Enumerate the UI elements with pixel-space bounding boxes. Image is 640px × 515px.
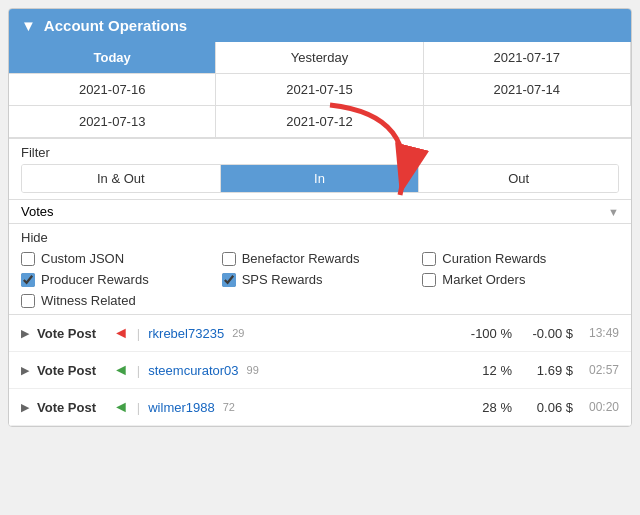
transactions-list: ▶ Vote Post ◄ | rkrebel73235 29 -100 % -… [9, 315, 631, 426]
date-grid: Today Yesterday 2021-07-17 2021-07-16 20… [9, 42, 631, 139]
direction-icon: ◄ [113, 398, 129, 416]
votes-dropdown-icon: ▼ [608, 206, 619, 218]
filter-in[interactable]: In [221, 165, 420, 192]
tx-user-rep: 72 [223, 401, 235, 413]
filter-buttons: In & Out In Out [21, 164, 619, 193]
hide-section: Hide Custom JSON Benefactor Rewards Cura… [9, 224, 631, 315]
expand-icon[interactable]: ▶ [21, 364, 29, 377]
divider: | [137, 363, 140, 378]
date-2021-07-17[interactable]: 2021-07-17 [424, 42, 631, 74]
date-2021-07-14[interactable]: 2021-07-14 [424, 74, 631, 106]
hide-checkbox-grid: Custom JSON Benefactor Rewards Curation … [21, 251, 619, 308]
tx-time: 13:49 [579, 326, 619, 340]
direction-icon: ◄ [113, 324, 129, 342]
expand-icon[interactable]: ▶ [21, 401, 29, 414]
tx-user-link[interactable]: rkrebel73235 [148, 326, 224, 341]
table-row: ▶ Vote Post ◄ | wilmer1988 72 28 % 0.06 … [9, 389, 631, 426]
tx-percent: 28 % [457, 400, 512, 415]
tx-user-rep: 29 [232, 327, 244, 339]
collapse-icon[interactable]: ▼ [21, 17, 36, 34]
date-today[interactable]: Today [9, 42, 216, 74]
hide-producer-rewards[interactable]: Producer Rewards [21, 272, 218, 287]
hide-curation-rewards-checkbox[interactable] [422, 252, 436, 266]
hide-curation-rewards-label: Curation Rewards [442, 251, 546, 266]
filter-in-out[interactable]: In & Out [22, 165, 221, 192]
hide-curation-rewards[interactable]: Curation Rewards [422, 251, 619, 266]
hide-sps-rewards-checkbox[interactable] [222, 273, 236, 287]
tx-percent: -100 % [457, 326, 512, 341]
table-row: ▶ Vote Post ◄ | rkrebel73235 29 -100 % -… [9, 315, 631, 352]
divider: | [137, 326, 140, 341]
hide-witness-related[interactable]: Witness Related [21, 293, 218, 308]
hide-producer-rewards-label: Producer Rewards [41, 272, 149, 287]
votes-label: Votes [21, 204, 54, 219]
hide-market-orders-label: Market Orders [442, 272, 525, 287]
table-row: ▶ Vote Post ◄ | steemcurator03 99 12 % 1… [9, 352, 631, 389]
filter-out[interactable]: Out [419, 165, 618, 192]
filter-label: Filter [21, 145, 619, 160]
hide-benefactor-rewards-label: Benefactor Rewards [242, 251, 360, 266]
hide-producer-rewards-checkbox[interactable] [21, 273, 35, 287]
hide-benefactor-rewards-checkbox[interactable] [222, 252, 236, 266]
tx-user-link[interactable]: steemcurator03 [148, 363, 238, 378]
tx-type-label: Vote Post [37, 400, 107, 415]
tx-user-rep: 99 [247, 364, 259, 376]
hide-witness-related-checkbox[interactable] [21, 294, 35, 308]
date-2021-07-15[interactable]: 2021-07-15 [216, 74, 423, 106]
hide-market-orders[interactable]: Market Orders [422, 272, 619, 287]
tx-percent: 12 % [457, 363, 512, 378]
hide-market-orders-checkbox[interactable] [422, 273, 436, 287]
tx-user-link[interactable]: wilmer1988 [148, 400, 214, 415]
date-empty [424, 106, 631, 138]
account-operations-panel: ▼ Account Operations Today Yesterday 202… [8, 8, 632, 427]
hide-custom-json[interactable]: Custom JSON [21, 251, 218, 266]
panel-title: Account Operations [44, 17, 187, 34]
date-yesterday[interactable]: Yesterday [216, 42, 423, 74]
divider: | [137, 400, 140, 415]
hide-custom-json-label: Custom JSON [41, 251, 124, 266]
filter-section: Filter In & Out In Out [9, 139, 631, 200]
date-2021-07-13[interactable]: 2021-07-13 [9, 106, 216, 138]
hide-custom-json-checkbox[interactable] [21, 252, 35, 266]
panel-header: ▼ Account Operations [9, 9, 631, 42]
hide-sps-rewards-label: SPS Rewards [242, 272, 323, 287]
tx-type-label: Vote Post [37, 363, 107, 378]
expand-icon[interactable]: ▶ [21, 327, 29, 340]
direction-icon: ◄ [113, 361, 129, 379]
tx-time: 02:57 [579, 363, 619, 377]
tx-amount: 1.69 $ [518, 363, 573, 378]
date-2021-07-12[interactable]: 2021-07-12 [216, 106, 423, 138]
tx-amount: -0.00 $ [518, 326, 573, 341]
votes-section: Votes ▼ [9, 200, 631, 224]
hide-sps-rewards[interactable]: SPS Rewards [222, 272, 419, 287]
tx-type-label: Vote Post [37, 326, 107, 341]
tx-time: 00:20 [579, 400, 619, 414]
tx-amount: 0.06 $ [518, 400, 573, 415]
hide-witness-related-label: Witness Related [41, 293, 136, 308]
hide-label: Hide [21, 230, 619, 245]
hide-benefactor-rewards[interactable]: Benefactor Rewards [222, 251, 419, 266]
date-2021-07-16[interactable]: 2021-07-16 [9, 74, 216, 106]
